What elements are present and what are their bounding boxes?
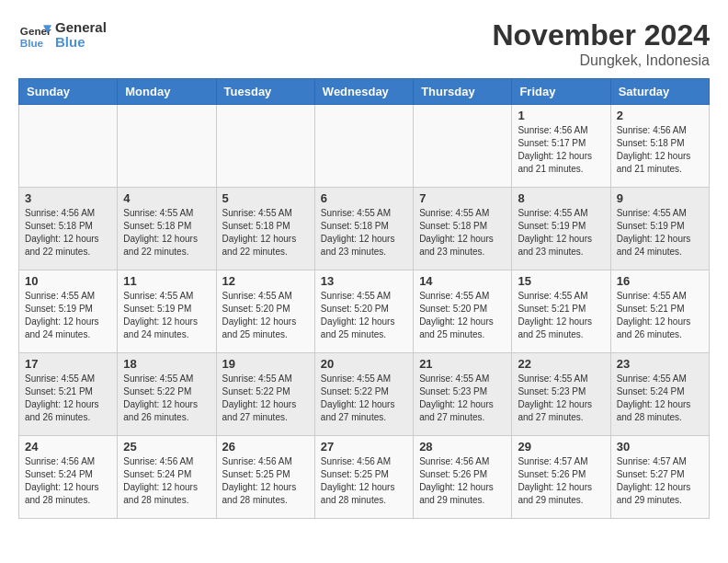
weekday-header: Tuesday [216, 79, 314, 105]
day-info: Sunrise: 4:55 AM Sunset: 5:20 PM Dayligh… [419, 290, 506, 341]
day-number: 2 [617, 109, 703, 122]
day-number: 25 [123, 440, 210, 454]
calendar-cell: 7Sunrise: 4:55 AM Sunset: 5:18 PM Daylig… [414, 188, 512, 270]
calendar-cell: 4Sunrise: 4:55 AM Sunset: 5:18 PM Daylig… [118, 188, 216, 270]
calendar-week-row: 3Sunrise: 4:56 AM Sunset: 5:18 PM Daylig… [19, 188, 710, 270]
calendar-cell: 8Sunrise: 4:55 AM Sunset: 5:19 PM Daylig… [512, 188, 610, 270]
day-info: Sunrise: 4:55 AM Sunset: 5:22 PM Dayligh… [123, 373, 210, 424]
logo: General Blue General Blue [18, 18, 107, 52]
day-number: 9 [617, 191, 703, 205]
day-info: Sunrise: 4:55 AM Sunset: 5:21 PM Dayligh… [617, 290, 703, 341]
day-info: Sunrise: 4:55 AM Sunset: 5:19 PM Dayligh… [123, 290, 210, 341]
day-number: 19 [222, 357, 309, 371]
month-title: November 2024 [492, 18, 710, 52]
day-info: Sunrise: 4:56 AM Sunset: 5:18 PM Dayligh… [617, 124, 703, 176]
day-info: Sunrise: 4:57 AM Sunset: 5:26 PM Dayligh… [518, 455, 604, 507]
calendar-cell [216, 105, 314, 188]
weekday-header: Saturday [610, 79, 709, 105]
day-number: 17 [25, 357, 111, 371]
calendar-cell: 12Sunrise: 4:55 AM Sunset: 5:20 PM Dayli… [216, 270, 314, 353]
day-info: Sunrise: 4:55 AM Sunset: 5:19 PM Dayligh… [617, 207, 703, 259]
weekday-header: Thursday [414, 79, 512, 105]
day-number: 3 [25, 191, 111, 205]
day-number: 23 [617, 357, 703, 371]
calendar-cell: 6Sunrise: 4:55 AM Sunset: 5:18 PM Daylig… [314, 188, 413, 270]
page-header: General Blue General Blue November 2024 … [18, 18, 710, 69]
calendar-cell: 27Sunrise: 4:56 AM Sunset: 5:25 PM Dayli… [314, 436, 413, 519]
day-number: 30 [617, 440, 703, 454]
calendar-cell [414, 105, 512, 188]
day-number: 18 [123, 357, 210, 371]
calendar-cell [314, 105, 413, 188]
calendar-cell: 1Sunrise: 4:56 AM Sunset: 5:17 PM Daylig… [512, 105, 610, 188]
day-number: 24 [25, 440, 111, 454]
calendar-body: 1Sunrise: 4:56 AM Sunset: 5:17 PM Daylig… [19, 105, 710, 519]
day-info: Sunrise: 4:55 AM Sunset: 5:21 PM Dayligh… [518, 290, 604, 341]
calendar-cell: 5Sunrise: 4:55 AM Sunset: 5:18 PM Daylig… [216, 188, 314, 270]
calendar-cell: 22Sunrise: 4:55 AM Sunset: 5:23 PM Dayli… [512, 353, 610, 436]
calendar-cell: 18Sunrise: 4:55 AM Sunset: 5:22 PM Dayli… [118, 353, 216, 436]
day-number: 15 [518, 274, 604, 288]
day-number: 26 [222, 440, 309, 454]
day-info: Sunrise: 4:56 AM Sunset: 5:17 PM Dayligh… [518, 124, 604, 176]
day-number: 12 [222, 274, 309, 288]
calendar-cell: 13Sunrise: 4:55 AM Sunset: 5:20 PM Dayli… [314, 270, 413, 353]
calendar-cell: 3Sunrise: 4:56 AM Sunset: 5:18 PM Daylig… [19, 188, 118, 270]
day-number: 6 [321, 191, 407, 205]
calendar-header-row: SundayMondayTuesdayWednesdayThursdayFrid… [19, 79, 710, 105]
calendar-cell [118, 105, 216, 188]
day-info: Sunrise: 4:55 AM Sunset: 5:20 PM Dayligh… [222, 290, 309, 341]
day-number: 27 [321, 440, 407, 454]
day-info: Sunrise: 4:55 AM Sunset: 5:19 PM Dayligh… [518, 207, 604, 259]
day-number: 5 [222, 191, 309, 205]
day-info: Sunrise: 4:55 AM Sunset: 5:18 PM Dayligh… [419, 207, 506, 259]
day-info: Sunrise: 4:55 AM Sunset: 5:20 PM Dayligh… [321, 290, 407, 341]
calendar-cell: 26Sunrise: 4:56 AM Sunset: 5:25 PM Dayli… [216, 436, 314, 519]
calendar-cell [19, 105, 118, 188]
calendar-cell: 2Sunrise: 4:56 AM Sunset: 5:18 PM Daylig… [610, 105, 709, 188]
day-info: Sunrise: 4:57 AM Sunset: 5:27 PM Dayligh… [617, 455, 703, 507]
calendar-cell: 14Sunrise: 4:55 AM Sunset: 5:20 PM Dayli… [414, 270, 512, 353]
calendar-cell: 16Sunrise: 4:55 AM Sunset: 5:21 PM Dayli… [610, 270, 709, 353]
svg-text:Blue: Blue [20, 37, 44, 49]
day-number: 13 [321, 274, 407, 288]
day-number: 20 [321, 357, 407, 371]
day-info: Sunrise: 4:55 AM Sunset: 5:18 PM Dayligh… [321, 207, 407, 259]
calendar-cell: 30Sunrise: 4:57 AM Sunset: 5:27 PM Dayli… [610, 436, 709, 519]
calendar-cell: 24Sunrise: 4:56 AM Sunset: 5:24 PM Dayli… [19, 436, 118, 519]
day-info: Sunrise: 4:56 AM Sunset: 5:18 PM Dayligh… [25, 207, 111, 259]
day-number: 28 [419, 440, 506, 454]
location: Dungkek, Indonesia [492, 52, 710, 69]
day-info: Sunrise: 4:55 AM Sunset: 5:24 PM Dayligh… [617, 373, 703, 424]
day-number: 7 [419, 191, 506, 205]
weekday-header: Monday [118, 79, 216, 105]
day-info: Sunrise: 4:55 AM Sunset: 5:19 PM Dayligh… [25, 290, 111, 341]
day-info: Sunrise: 4:55 AM Sunset: 5:22 PM Dayligh… [321, 373, 407, 424]
day-info: Sunrise: 4:56 AM Sunset: 5:26 PM Dayligh… [419, 455, 506, 507]
calendar-cell: 25Sunrise: 4:56 AM Sunset: 5:24 PM Dayli… [118, 436, 216, 519]
day-info: Sunrise: 4:55 AM Sunset: 5:18 PM Dayligh… [222, 207, 309, 259]
day-number: 29 [518, 440, 604, 454]
day-number: 21 [419, 357, 506, 371]
calendar-cell: 15Sunrise: 4:55 AM Sunset: 5:21 PM Dayli… [512, 270, 610, 353]
day-number: 16 [617, 274, 703, 288]
calendar-cell: 29Sunrise: 4:57 AM Sunset: 5:26 PM Dayli… [512, 436, 610, 519]
day-info: Sunrise: 4:56 AM Sunset: 5:25 PM Dayligh… [321, 455, 407, 507]
calendar-cell: 17Sunrise: 4:55 AM Sunset: 5:21 PM Dayli… [19, 353, 118, 436]
calendar-cell: 11Sunrise: 4:55 AM Sunset: 5:19 PM Dayli… [118, 270, 216, 353]
weekday-header: Friday [512, 79, 610, 105]
logo-icon: General Blue [18, 18, 51, 52]
day-number: 11 [123, 274, 210, 288]
calendar-cell: 21Sunrise: 4:55 AM Sunset: 5:23 PM Dayli… [414, 353, 512, 436]
title-block: November 2024 Dungkek, Indonesia [492, 18, 710, 69]
day-number: 22 [518, 357, 604, 371]
day-number: 10 [25, 274, 111, 288]
calendar-week-row: 1Sunrise: 4:56 AM Sunset: 5:17 PM Daylig… [19, 105, 710, 188]
calendar-cell: 9Sunrise: 4:55 AM Sunset: 5:19 PM Daylig… [610, 188, 709, 270]
day-info: Sunrise: 4:55 AM Sunset: 5:23 PM Dayligh… [518, 373, 604, 424]
day-info: Sunrise: 4:55 AM Sunset: 5:21 PM Dayligh… [25, 373, 111, 424]
calendar-week-row: 17Sunrise: 4:55 AM Sunset: 5:21 PM Dayli… [19, 353, 710, 436]
day-info: Sunrise: 4:56 AM Sunset: 5:25 PM Dayligh… [222, 455, 309, 507]
calendar-cell: 19Sunrise: 4:55 AM Sunset: 5:22 PM Dayli… [216, 353, 314, 436]
calendar-cell: 20Sunrise: 4:55 AM Sunset: 5:22 PM Dayli… [314, 353, 413, 436]
